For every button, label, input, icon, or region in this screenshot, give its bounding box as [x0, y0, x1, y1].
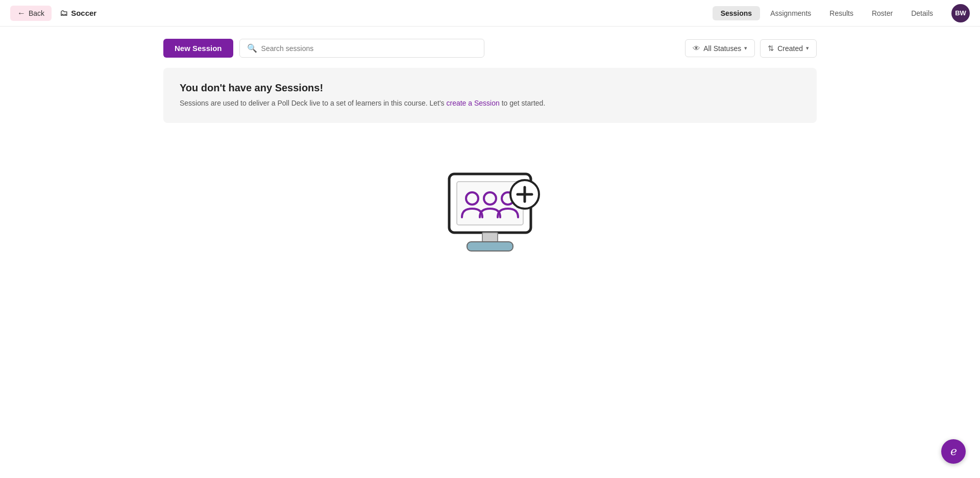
sort-icon: ⇅: [768, 44, 774, 53]
course-name: Soccer: [71, 9, 96, 17]
tab-assignments[interactable]: Assignments: [762, 6, 819, 20]
search-box: 🔍: [239, 39, 484, 58]
back-button[interactable]: ← Back: [10, 6, 52, 21]
nav-tabs: Sessions Assignments Results Roster Deta…: [713, 4, 970, 22]
body-prefix: Sessions are used to deliver a Poll Deck…: [180, 99, 446, 107]
chevron-down-icon: ▾: [744, 45, 747, 52]
body-suffix: to get started.: [500, 99, 546, 107]
help-fab-button[interactable]: ℯ: [941, 439, 966, 464]
search-input[interactable]: [261, 44, 477, 53]
svg-rect-5: [482, 233, 498, 242]
search-icon: 🔍: [247, 43, 257, 53]
empty-state-box: You don't have any Sessions! Sessions ar…: [163, 68, 817, 123]
svg-rect-6: [467, 242, 513, 251]
created-label: Created: [777, 44, 803, 53]
back-label: Back: [29, 9, 44, 17]
back-arrow-icon: ←: [17, 9, 26, 18]
create-session-link[interactable]: create a Session: [446, 99, 499, 107]
illustration-area: [0, 138, 980, 301]
tab-sessions[interactable]: Sessions: [713, 6, 760, 20]
empty-sessions-illustration: [434, 159, 546, 271]
help-icon: ℯ: [950, 445, 957, 458]
tab-roster[interactable]: Roster: [864, 6, 901, 20]
tab-details[interactable]: Details: [903, 6, 941, 20]
eye-icon: 👁: [693, 44, 700, 53]
app-header: ← Back 🗂 Soccer Sessions Assignments Res…: [0, 0, 980, 27]
chevron-down-icon-2: ▾: [806, 45, 809, 52]
avatar[interactable]: BW: [951, 4, 970, 22]
created-sort[interactable]: ⇅ Created ▾: [760, 39, 817, 58]
all-statuses-label: All Statuses: [703, 44, 741, 53]
course-label: 🗂 Soccer: [60, 9, 96, 18]
empty-state-heading: You don't have any Sessions!: [180, 82, 800, 94]
toolbar: New Session 🔍 👁 All Statuses ▾ ⇅ Created…: [0, 27, 980, 68]
tab-results[interactable]: Results: [821, 6, 862, 20]
filter-group: 👁 All Statuses ▾ ⇅ Created ▾: [685, 39, 817, 58]
empty-state-body: Sessions are used to deliver a Poll Deck…: [180, 98, 800, 109]
new-session-button[interactable]: New Session: [163, 39, 233, 58]
course-icon: 🗂: [60, 9, 68, 18]
all-statuses-filter[interactable]: 👁 All Statuses ▾: [685, 39, 755, 57]
